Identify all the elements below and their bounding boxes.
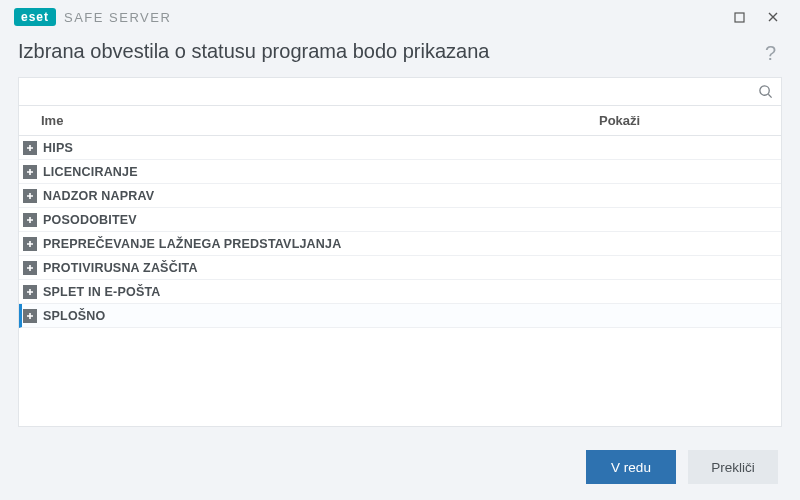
tree-row-label: SPLOŠNO [43,309,106,323]
main-panel: Ime Pokaži HIPSLICENCIRANJENADZOR NAPRAV… [18,77,782,427]
column-header-name[interactable]: Ime [19,113,591,128]
maximize-button[interactable] [722,3,756,31]
expand-icon[interactable] [23,213,37,227]
svg-rect-0 [735,13,744,22]
svg-point-1 [760,86,769,95]
search-input[interactable] [27,80,756,104]
tree-row-label: PREPREČEVANJE LAŽNEGA PREDSTAVLJANJA [43,237,341,251]
help-button[interactable]: ? [761,40,780,67]
heading-row: Izbrana obvestila o statusu programa bod… [0,34,800,77]
tree-row[interactable]: SPLET IN E-POŠTA [19,280,781,304]
close-button[interactable] [756,3,790,31]
search-row [19,78,781,106]
tree-row-label: NADZOR NAPRAV [43,189,154,203]
expand-icon[interactable] [23,285,37,299]
brand: eset SAFE SERVER [14,8,171,26]
product-name: SAFE SERVER [64,10,171,25]
tree-row-label: POSODOBITEV [43,213,137,227]
page-title: Izbrana obvestila o statusu programa bod… [18,40,761,63]
tree-row[interactable]: PREPREČEVANJE LAŽNEGA PREDSTAVLJANJA [19,232,781,256]
cancel-button[interactable]: Prekliči [688,450,778,484]
ok-button[interactable]: V redu [586,450,676,484]
close-icon [767,11,779,23]
tree-row-label: LICENCIRANJE [43,165,138,179]
expand-icon[interactable] [23,309,37,323]
tree-view: HIPSLICENCIRANJENADZOR NAPRAVPOSODOBITEV… [19,136,781,426]
tree-row[interactable]: HIPS [19,136,781,160]
tree-row[interactable]: POSODOBITEV [19,208,781,232]
column-header-show[interactable]: Pokaži [591,113,781,128]
tree-row-label: SPLET IN E-POŠTA [43,285,161,299]
tree-row-label: HIPS [43,141,73,155]
tree-row[interactable]: SPLOŠNO [19,304,781,328]
brand-logo: eset [14,8,56,26]
maximize-icon [734,12,745,23]
expand-icon[interactable] [23,165,37,179]
expand-icon[interactable] [23,141,37,155]
column-headers: Ime Pokaži [19,106,781,136]
expand-icon[interactable] [23,189,37,203]
tree-row-label: PROTIVIRUSNA ZAŠČITA [43,261,198,275]
button-bar: V redu Prekliči [586,450,778,484]
tree-row[interactable]: PROTIVIRUSNA ZAŠČITA [19,256,781,280]
tree-row[interactable]: NADZOR NAPRAV [19,184,781,208]
titlebar: eset SAFE SERVER [0,0,800,34]
expand-icon[interactable] [23,261,37,275]
tree-row[interactable]: LICENCIRANJE [19,160,781,184]
search-icon[interactable] [756,82,775,101]
expand-icon[interactable] [23,237,37,251]
window-controls [722,3,790,31]
